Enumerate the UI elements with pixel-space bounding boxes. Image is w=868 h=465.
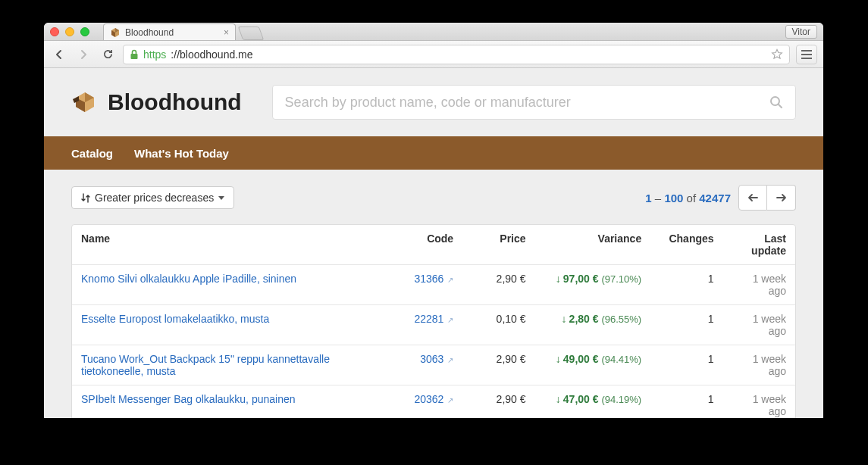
arrow-down-icon: ↓ <box>556 393 561 405</box>
pagination-info: 1 – 100 of 42477 <box>645 192 731 204</box>
page-content: Bloodhound Catalog What's Hot Today Grea… <box>44 68 823 418</box>
product-table: Name Code Price Variance Changes Last up… <box>71 224 796 418</box>
brand[interactable]: Bloodhound <box>71 89 242 116</box>
col-updated: Last update <box>723 225 795 265</box>
col-price: Price <box>462 225 534 265</box>
tab-close-icon[interactable]: × <box>224 28 229 37</box>
price-cell: 2,90 € <box>462 265 534 305</box>
external-link-icon: ↗ <box>445 356 453 364</box>
product-code-link[interactable]: 20362 ↗ <box>414 393 453 405</box>
changes-cell: 1 <box>650 385 722 418</box>
product-code-link[interactable]: 22281 ↗ <box>414 313 453 325</box>
changes-cell: 1 <box>650 345 722 385</box>
reload-button[interactable] <box>99 45 117 64</box>
back-button[interactable] <box>50 45 68 64</box>
external-link-icon: ↗ <box>445 276 453 284</box>
range-to: 100 <box>664 192 683 204</box>
variance-cell: ↓2,80 € (96.55%) <box>535 305 651 345</box>
caret-down-icon <box>218 196 224 200</box>
forward-button[interactable] <box>74 45 92 64</box>
main-nav: Catalog What's Hot Today <box>44 136 823 170</box>
svg-rect-3 <box>131 54 138 59</box>
brand-logo-icon <box>71 89 99 116</box>
nav-catalog[interactable]: Catalog <box>71 147 113 160</box>
browser-toolbar: https://bloodhound.me <box>44 41 823 68</box>
changes-cell: 1 <box>650 305 722 345</box>
list-toolbar: Greater prices decreases 1 – 100 of 4247… <box>71 185 796 211</box>
profile-button[interactable]: Vitor <box>785 25 817 39</box>
product-code-link[interactable]: 3063 ↗ <box>420 353 453 365</box>
product-name-link[interactable]: Tucano Work_Out Backpack 15" reppu kanne… <box>81 353 330 377</box>
svg-rect-4 <box>801 50 812 51</box>
tab-title: Bloodhound <box>125 27 174 38</box>
close-window-button[interactable] <box>50 27 59 36</box>
changes-cell: 1 <box>650 265 722 305</box>
table-row: SPIbelt Messenger Bag olkalaukku, punain… <box>72 385 795 418</box>
prev-page-button[interactable] <box>738 185 767 211</box>
url-scheme: https <box>143 48 166 61</box>
browser-tab[interactable]: Bloodhound × <box>103 23 236 40</box>
tab-favicon <box>110 27 121 38</box>
window-titlebar: Bloodhound × Vitor <box>44 23 823 41</box>
search-input[interactable] <box>285 95 769 111</box>
variance-cell: ↓97,00 € (97.10%) <box>535 265 651 305</box>
variance-cell: ↓47,00 € (94.19%) <box>535 385 651 418</box>
external-link-icon: ↗ <box>445 316 453 324</box>
new-tab-button[interactable] <box>238 27 265 40</box>
browser-menu-button[interactable] <box>796 45 817 64</box>
arrow-down-icon: ↓ <box>556 353 561 365</box>
updated-cell: 1 week ago <box>723 265 795 305</box>
content-area: Greater prices decreases 1 – 100 of 4247… <box>44 170 823 418</box>
col-name: Name <box>72 225 390 265</box>
of-word: of <box>687 192 697 204</box>
sort-label: Greater prices decreases <box>95 192 214 204</box>
updated-cell: 1 week ago <box>723 305 795 345</box>
arrow-down-icon: ↓ <box>562 313 567 325</box>
brand-name: Bloodhound <box>108 89 242 115</box>
updated-cell: 1 week ago <box>723 385 795 418</box>
next-page-button[interactable] <box>767 185 796 211</box>
arrow-down-icon: ↓ <box>556 273 561 285</box>
bookmark-star-icon[interactable] <box>771 48 783 61</box>
window-controls <box>50 27 89 36</box>
price-cell: 2,90 € <box>462 345 534 385</box>
address-bar[interactable]: https://bloodhound.me <box>123 45 790 64</box>
updated-cell: 1 week ago <box>723 345 795 385</box>
price-cell: 2,90 € <box>462 385 534 418</box>
product-name-link[interactable]: SPIbelt Messenger Bag olkalaukku, punain… <box>81 393 296 405</box>
external-link-icon: ↗ <box>445 396 453 404</box>
price-cell: 0,10 € <box>462 305 534 345</box>
svg-rect-6 <box>801 58 812 59</box>
product-name-link[interactable]: Esselte Europost lomakelaatikko, musta <box>81 313 269 325</box>
sort-icon <box>81 193 90 203</box>
col-code: Code <box>390 225 462 265</box>
search-box[interactable] <box>272 85 796 120</box>
maximize-window-button[interactable] <box>80 27 89 36</box>
search-icon[interactable] <box>769 95 783 109</box>
product-code-link[interactable]: 31366 ↗ <box>414 273 453 285</box>
variance-cell: ↓49,00 € (94.41%) <box>535 345 651 385</box>
table-header-row: Name Code Price Variance Changes Last up… <box>72 225 795 265</box>
sort-dropdown[interactable]: Greater prices decreases <box>71 186 234 209</box>
browser-window: Bloodhound × Vitor https://bloodhound.me <box>44 23 823 418</box>
total-count: 42477 <box>699 192 731 204</box>
tab-strip: Bloodhound × <box>103 23 262 40</box>
minimize-window-button[interactable] <box>65 27 74 36</box>
pagination-buttons <box>738 185 796 211</box>
site-header: Bloodhound <box>44 68 823 136</box>
lock-icon <box>130 49 139 60</box>
col-variance: Variance <box>535 225 651 265</box>
col-changes: Changes <box>650 225 722 265</box>
table-row: Tucano Work_Out Backpack 15" reppu kanne… <box>72 345 795 385</box>
url-host: ://bloodhound.me <box>171 48 252 61</box>
table-row: Esselte Europost lomakelaatikko, musta22… <box>72 305 795 345</box>
table-row: Knomo Silvi olkalaukku Apple iPadille, s… <box>72 265 795 305</box>
svg-rect-5 <box>801 54 812 55</box>
svg-line-12 <box>779 105 782 108</box>
range-from: 1 <box>645 192 651 204</box>
product-name-link[interactable]: Knomo Silvi olkalaukku Apple iPadille, s… <box>81 273 296 285</box>
nav-whats-hot[interactable]: What's Hot Today <box>134 147 229 160</box>
